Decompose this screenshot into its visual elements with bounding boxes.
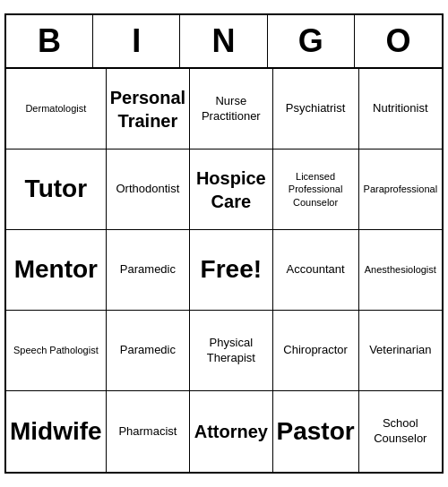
- cell-text: Pharmacist: [118, 424, 177, 440]
- cell-text: Chiropractor: [283, 343, 348, 358]
- cell-text: Anesthesiologist: [365, 263, 436, 276]
- cell-text: Physical Therapist: [194, 336, 268, 366]
- bingo-cell: Chiropractor: [273, 311, 359, 391]
- header-letter: G: [268, 15, 355, 67]
- bingo-cell: Attorney: [190, 391, 272, 472]
- cell-text: Paraprofessional: [364, 183, 438, 195]
- bingo-cell: Physical Therapist: [190, 311, 272, 391]
- bingo-cell: Dermatologist: [6, 69, 107, 150]
- bingo-cell: Psychiatrist: [273, 69, 359, 150]
- bingo-cell: Speech Pathologist: [6, 311, 107, 391]
- cell-text: Paramedic: [120, 343, 176, 358]
- bingo-cell: School Counselor: [359, 391, 442, 472]
- header-letter: I: [93, 15, 180, 67]
- header-letter: B: [6, 15, 93, 67]
- bingo-cell: Nutritionist: [359, 69, 442, 150]
- bingo-cell: Paramedic: [107, 311, 190, 391]
- bingo-cell: Paraprofessional: [359, 150, 442, 230]
- cell-text: Midwife: [10, 415, 102, 448]
- bingo-cell: Nurse Practitioner: [190, 69, 272, 150]
- bingo-cell: Veterinarian: [359, 311, 442, 391]
- cell-text: Accountant: [287, 262, 345, 278]
- cell-text: Paramedic: [120, 262, 176, 278]
- cell-text: Speech Pathologist: [13, 344, 99, 356]
- bingo-grid: DermatologistPersonal TrainerNurse Pract…: [6, 69, 442, 472]
- cell-text: Veterinarian: [369, 343, 431, 358]
- cell-text: Free!: [201, 253, 262, 286]
- cell-text: Mentor: [14, 253, 98, 286]
- bingo-cell: Accountant: [273, 230, 359, 311]
- cell-text: Attorney: [194, 420, 268, 443]
- bingo-header: BINGO: [6, 15, 442, 69]
- cell-text: Licensed Professional Counselor: [277, 170, 355, 209]
- bingo-cell: Mentor: [6, 230, 107, 311]
- cell-text: Personal Trainer: [110, 86, 185, 132]
- bingo-cell: Licensed Professional Counselor: [273, 150, 359, 230]
- cell-text: Psychiatrist: [286, 101, 345, 116]
- bingo-cell: Midwife: [6, 391, 107, 472]
- bingo-cell: Tutor: [6, 150, 107, 230]
- cell-text: Nutritionist: [373, 101, 427, 116]
- bingo-cell: Personal Trainer: [107, 69, 190, 150]
- cell-text: Tutor: [25, 173, 87, 205]
- cell-text: School Counselor: [363, 416, 438, 447]
- header-letter: O: [355, 15, 442, 67]
- bingo-cell: Pastor: [273, 391, 359, 472]
- cell-text: Orthodontist: [116, 182, 180, 197]
- cell-text: Dermatologist: [25, 102, 86, 115]
- cell-text: Hospice Care: [194, 167, 268, 213]
- bingo-cell: Pharmacist: [107, 391, 190, 472]
- header-letter: N: [180, 15, 267, 67]
- bingo-cell: Paramedic: [107, 230, 190, 311]
- cell-text: Pastor: [277, 415, 355, 448]
- bingo-cell: Hospice Care: [190, 150, 272, 230]
- bingo-cell: Free!: [190, 230, 272, 311]
- cell-text: Nurse Practitioner: [194, 94, 268, 124]
- bingo-card: BINGO DermatologistPersonal TrainerNurse…: [4, 13, 444, 474]
- bingo-cell: Anesthesiologist: [359, 230, 442, 311]
- bingo-cell: Orthodontist: [107, 150, 190, 230]
